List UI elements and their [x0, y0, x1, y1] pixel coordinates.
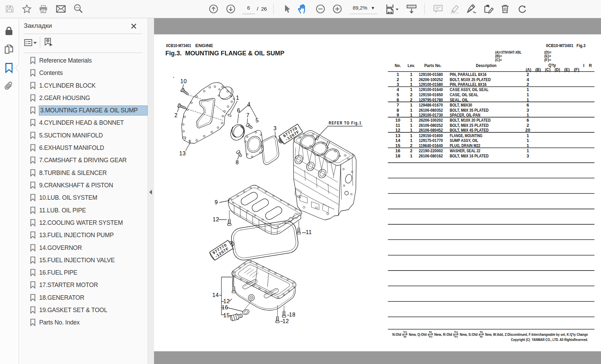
svg-text:1: 1 — [410, 118, 412, 123]
svg-text:0CB10-M73401: 0CB10-M73401 — [166, 43, 191, 48]
svg-text:6: 6 — [526, 102, 529, 108]
svg-text:26206-100202: 26206-100202 — [419, 118, 443, 123]
svg-text:2: 2 — [410, 143, 412, 148]
svg-text:New, R:Old: New, R:Old — [434, 332, 452, 337]
svg-text:No: No — [429, 331, 432, 333]
svg-text:26206-100252: 26206-100252 — [419, 77, 443, 82]
svg-text:PIN, PARALLEL 8X16: PIN, PARALLEL 8X16 — [450, 82, 487, 87]
svg-text:1: 1 — [526, 148, 529, 153]
svg-text:1: 1 — [410, 138, 412, 143]
svg-text:5: 5 — [255, 118, 259, 123]
svg-text:Yes: Yes — [454, 335, 458, 338]
svg-text:BOLT, M10X 20 PLATED: BOLT, M10X 20 PLATED — [450, 118, 491, 123]
svg-text:BOLT, M8X30: BOLT, M8X30 — [450, 102, 472, 108]
svg-text:12: 12 — [283, 318, 289, 324]
svg-text:129150-01650: 129150-01650 — [419, 92, 443, 97]
svg-text:No: No — [480, 331, 483, 333]
svg-text:1: 1 — [396, 72, 399, 77]
svg-text:18: 18 — [289, 312, 296, 318]
svg-text:PLUG, DRAIN M22: PLUG, DRAIN M22 — [450, 143, 480, 148]
svg-text:14: 14 — [212, 292, 219, 298]
svg-text:Yes: Yes — [454, 331, 458, 333]
svg-text:1: 1 — [410, 153, 412, 158]
svg-text:3: 3 — [526, 108, 529, 113]
svg-text:Q'ty: Q'ty — [548, 63, 556, 68]
svg-text:4: 4 — [396, 87, 399, 92]
svg-text:1: 1 — [526, 133, 529, 138]
svg-text:FLANGE, MOUNTING: FLANGE, MOUNTING — [450, 133, 482, 138]
svg-text:8: 8 — [236, 159, 239, 165]
svg-text:129100-01580: 129100-01580 — [419, 72, 443, 77]
svg-text:119640-01640: 119640-01640 — [419, 143, 443, 148]
svg-text:New, Q:Old: New, Q:Old — [409, 332, 427, 337]
svg-text:2: 2 — [410, 92, 412, 97]
svg-text:2: 2 — [410, 148, 412, 153]
svg-text:26106-080452: 26106-080452 — [419, 128, 443, 133]
svg-text:1: 1 — [526, 92, 529, 97]
svg-text:1: 1 — [410, 82, 412, 87]
svg-text:9: 9 — [215, 199, 218, 205]
svg-text:3: 3 — [273, 125, 276, 131]
svg-text:ENGINE: ENGINE — [195, 43, 213, 48]
svg-text:1: 1 — [526, 143, 529, 148]
svg-text:15: 15 — [223, 312, 230, 318]
svg-text:(F)=: (F)= — [544, 58, 551, 62]
svg-text:7: 7 — [246, 112, 249, 118]
svg-text:15: 15 — [395, 143, 400, 148]
svg-text:26106-080352: 26106-080352 — [419, 108, 443, 113]
svg-text:R: R — [589, 63, 592, 68]
svg-text:13: 13 — [395, 133, 400, 138]
svg-text:Fig.3. MOUNTING FLANGE & OIL: Fig.3. MOUNTING FLANGE & OIL SUMP — [165, 49, 284, 57]
svg-text:1: 1 — [410, 123, 412, 128]
svg-text:BOLT, M8X 25 PLATED: BOLT, M8X 25 PLATED — [450, 123, 489, 128]
svg-text:7: 7 — [396, 102, 399, 108]
svg-text:1: 1 — [410, 77, 412, 82]
svg-text:1: 1 — [410, 133, 412, 138]
svg-text:CASE, OIL SEAL: CASE, OIL SEAL — [450, 92, 478, 97]
svg-text:5: 5 — [396, 92, 399, 97]
svg-text:1: 1 — [526, 138, 529, 143]
svg-text:No: No — [404, 335, 407, 338]
svg-text:8: 8 — [396, 108, 399, 113]
svg-text:20: 20 — [525, 128, 530, 133]
svg-text:1: 1 — [410, 87, 412, 92]
svg-text:N:Old: N:Old — [392, 332, 401, 337]
svg-text:0CB10-M73401 Fig.3: 0CB10-M73401 Fig.3 — [546, 43, 586, 48]
svg-text:6: 6 — [526, 118, 529, 123]
svg-text:22190-220002: 22190-220002 — [419, 148, 443, 153]
svg-text:1: 1 — [410, 112, 412, 118]
svg-text:1: 1 — [236, 95, 239, 101]
svg-text:REFER TO Fig.1: REFER TO Fig.1 — [329, 120, 362, 125]
svg-text:26106-080162: 26106-080162 — [419, 153, 443, 158]
svg-text:129100-01640: 129100-01640 — [419, 87, 443, 92]
svg-text:6: 6 — [237, 108, 240, 113]
svg-text:11: 11 — [306, 229, 312, 235]
svg-text:Description: Description — [476, 63, 496, 68]
svg-text:3: 3 — [526, 153, 529, 158]
svg-text:12: 12 — [213, 217, 219, 222]
svg-text:1: 1 — [410, 128, 412, 133]
svg-text:129175-01770: 129175-01770 — [419, 138, 443, 143]
svg-text:129150-01600: 129150-01600 — [419, 133, 443, 138]
svg-text:I: I — [583, 63, 584, 68]
svg-text:1: 1 — [526, 87, 529, 92]
svg-text:16: 16 — [395, 148, 400, 153]
svg-text:No: No — [480, 335, 483, 338]
svg-text:129100-01580: 129100-01580 — [419, 82, 443, 87]
svg-text:2: 2 — [396, 77, 399, 82]
svg-text:10: 10 — [181, 78, 187, 84]
svg-text:9: 9 — [396, 112, 399, 118]
svg-text:(C)=: (C)= — [495, 58, 502, 62]
svg-text:Yes: Yes — [403, 331, 407, 333]
svg-text:4: 4 — [247, 101, 250, 107]
svg-text:New, S:Old: New, S:Old — [460, 332, 478, 337]
svg-text:BOLT, M10X 25 PLATED: BOLT, M10X 25 PLATED — [450, 77, 491, 82]
svg-text:Parts No.: Parts No. — [424, 63, 441, 68]
svg-text:14: 14 — [395, 138, 401, 143]
svg-text:18: 18 — [395, 153, 400, 158]
svg-text:CASE ASSY, OIL SEAL: CASE ASSY, OIL SEAL — [450, 87, 489, 92]
svg-text:BOLT, M8X 45 PLATED: BOLT, M8X 45 PLATED — [450, 128, 489, 133]
svg-text:16: 16 — [222, 305, 228, 310]
svg-text:Copyright (C) YANMAR CO., LTD: Copyright (C) YANMAR CO., LTD. All Right… — [511, 338, 588, 342]
svg-text:3: 3 — [396, 82, 399, 87]
